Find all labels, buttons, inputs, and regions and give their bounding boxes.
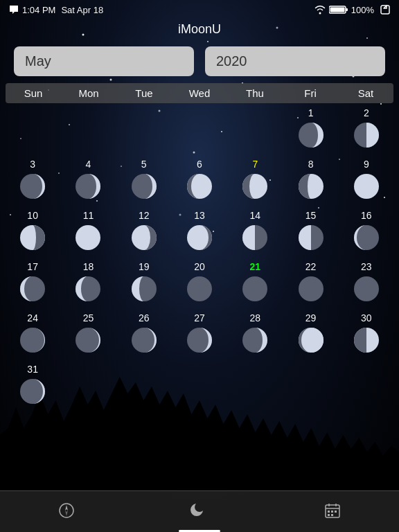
moon-phase-2 bbox=[351, 120, 382, 150]
moon-phase-23 bbox=[351, 274, 382, 304]
day-number-4: 4 bbox=[86, 159, 91, 170]
svg-rect-75 bbox=[328, 511, 330, 513]
calendar-day-9[interactable]: 9 bbox=[339, 157, 393, 207]
day-number-24: 24 bbox=[27, 312, 38, 323]
day-number-22: 22 bbox=[305, 261, 317, 272]
calendar-day-20[interactable]: 20 bbox=[172, 260, 227, 310]
wifi-icon bbox=[314, 5, 326, 15]
moon-phase-16 bbox=[351, 222, 382, 253]
calendar-day-2[interactable]: 2 bbox=[339, 106, 393, 156]
moon-phase-31 bbox=[17, 376, 48, 407]
tab-compass[interactable] bbox=[57, 502, 76, 520]
calendar-day-23[interactable]: 23 bbox=[339, 260, 393, 310]
header-thu: Thu bbox=[227, 83, 283, 103]
header-wed: Wed bbox=[172, 83, 227, 103]
calendar-day-29[interactable]: 29 bbox=[283, 311, 337, 361]
header-sun: Sun bbox=[6, 83, 61, 103]
calendar-day-13[interactable]: 13 bbox=[172, 209, 227, 258]
day-number-23: 23 bbox=[361, 261, 372, 272]
svg-rect-78 bbox=[328, 514, 330, 516]
calendar-empty-0 bbox=[6, 106, 60, 156]
svg-rect-79 bbox=[331, 514, 333, 516]
status-day: Sat Apr 18 bbox=[61, 5, 103, 15]
calendar-grid: 1 2 3 4 5 6 7 8 910 bbox=[6, 106, 393, 412]
calendar-day-21[interactable]: 21 bbox=[228, 260, 282, 310]
moon-phase-5 bbox=[129, 171, 159, 202]
moon-phase-9 bbox=[351, 171, 382, 202]
calendar-icon bbox=[323, 502, 342, 520]
status-left: 1:04 PM Sat Apr 18 bbox=[8, 4, 103, 15]
calendar-day-3[interactable]: 3 bbox=[6, 157, 60, 207]
calendar-empty-3 bbox=[172, 106, 227, 156]
calendar-day-28[interactable]: 28 bbox=[228, 311, 282, 361]
day-number-11: 11 bbox=[83, 210, 94, 221]
day-number-9: 9 bbox=[364, 159, 369, 170]
moon-phase-3 bbox=[17, 171, 48, 202]
calendar-day-17[interactable]: 17 bbox=[6, 260, 60, 310]
calendar: Sun Mon Tue Wed Thu Fri Sat 1 2 3 4 5 6 bbox=[0, 83, 399, 412]
day-number-13: 13 bbox=[194, 210, 205, 221]
calendar-day-6[interactable]: 6 bbox=[172, 157, 227, 207]
calendar-day-27[interactable]: 27 bbox=[172, 311, 227, 361]
calendar-day-25[interactable]: 25 bbox=[61, 311, 115, 361]
selectors-row: May 2020 bbox=[0, 39, 399, 83]
calendar-day-18[interactable]: 18 bbox=[61, 260, 115, 310]
day-number-16: 16 bbox=[361, 210, 372, 221]
calendar-empty-1 bbox=[61, 106, 115, 156]
moon-phase-24 bbox=[17, 325, 48, 355]
status-right: 100% bbox=[314, 4, 391, 15]
calendar-day-19[interactable]: 19 bbox=[117, 260, 171, 310]
moon-phase-7 bbox=[240, 171, 270, 202]
svg-point-59 bbox=[354, 276, 379, 301]
calendar-day-10[interactable]: 10 bbox=[6, 209, 60, 258]
calendar-day-14[interactable]: 14 bbox=[228, 209, 282, 258]
calendar-day-26[interactable]: 26 bbox=[117, 311, 171, 361]
tab-calendar[interactable] bbox=[323, 502, 342, 520]
calendar-day-12[interactable]: 12 bbox=[117, 209, 171, 258]
calendar-day-1[interactable]: 1 bbox=[283, 106, 337, 156]
moon-phase-29 bbox=[296, 325, 326, 355]
svg-point-45 bbox=[354, 174, 379, 199]
calendar-day-7[interactable]: 7 bbox=[228, 157, 282, 207]
moon-phase-4 bbox=[73, 171, 103, 202]
moon-phase-10 bbox=[17, 222, 48, 253]
day-number-3: 3 bbox=[30, 159, 35, 170]
battery-percent: 100% bbox=[351, 5, 374, 15]
calendar-day-15[interactable]: 15 bbox=[283, 209, 337, 258]
moon-phase-26 bbox=[129, 325, 159, 355]
svg-point-57 bbox=[242, 276, 267, 301]
moon-phase-19 bbox=[129, 274, 159, 304]
calendar-day-4[interactable]: 4 bbox=[61, 157, 115, 207]
calendar-day-30[interactable]: 30 bbox=[339, 311, 393, 361]
day-number-8: 8 bbox=[308, 159, 314, 170]
day-number-10: 10 bbox=[27, 210, 38, 221]
calendar-day-24[interactable]: 24 bbox=[6, 311, 60, 361]
calendar-day-22[interactable]: 22 bbox=[283, 260, 337, 310]
moon-phase-1 bbox=[296, 120, 326, 150]
moon-phase-18 bbox=[73, 274, 103, 304]
tab-moon[interactable] bbox=[190, 502, 209, 520]
day-number-26: 26 bbox=[139, 312, 150, 323]
day-headers-row: Sun Mon Tue Wed Thu Fri Sat bbox=[6, 83, 393, 103]
calendar-day-5[interactable]: 5 bbox=[117, 157, 171, 207]
calendar-day-16[interactable]: 16 bbox=[339, 209, 393, 258]
svg-point-56 bbox=[187, 276, 212, 301]
moon-tab-icon bbox=[190, 502, 209, 520]
svg-rect-35 bbox=[346, 8, 348, 11]
day-number-25: 25 bbox=[83, 312, 94, 323]
calendar-day-11[interactable]: 11 bbox=[61, 209, 115, 258]
status-bar: 1:04 PM Sat Apr 18 100% bbox=[0, 0, 399, 19]
day-number-2: 2 bbox=[364, 107, 369, 118]
calendar-day-8[interactable]: 8 bbox=[283, 157, 337, 207]
moon-phase-22 bbox=[296, 274, 326, 304]
calendar-day-31[interactable]: 31 bbox=[6, 362, 60, 412]
moon-phase-27 bbox=[184, 325, 215, 355]
year-selector[interactable]: 2020 bbox=[205, 46, 385, 76]
day-number-29: 29 bbox=[305, 312, 317, 323]
share-icon bbox=[380, 4, 391, 15]
svg-marker-70 bbox=[65, 511, 68, 516]
day-number-12: 12 bbox=[139, 210, 150, 221]
moon-phase-11 bbox=[73, 222, 103, 253]
month-selector[interactable]: May bbox=[14, 46, 194, 76]
svg-marker-69 bbox=[65, 505, 68, 511]
